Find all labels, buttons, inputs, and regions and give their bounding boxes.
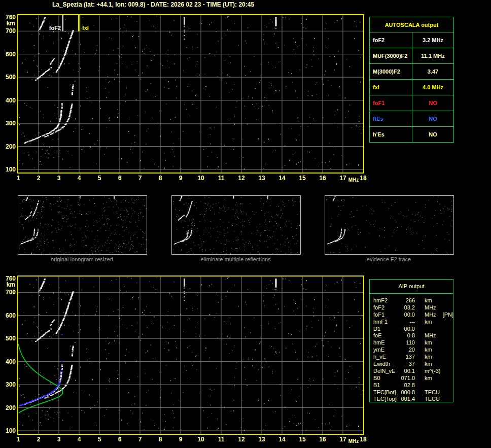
aip-unit: MHz (425, 312, 436, 318)
svg-text:700: 700 (6, 289, 16, 296)
svg-text:5: 5 (98, 436, 101, 443)
aip-label-delnve: DelN_vE (373, 368, 400, 375)
thumbnail-evidence-f2-trace-image (325, 196, 453, 254)
aip-value-d1: 00.0 (400, 326, 415, 333)
aip-value-ewidth: 37 (400, 361, 415, 368)
svg-text:18: 18 (360, 436, 367, 443)
svg-text:15: 15 (299, 175, 306, 182)
aip-label-tecbot: TEC[Bot] (373, 389, 400, 396)
window-title: La_Spezia (lat: +44.1, lon: 009.8) - DAT… (0, 1, 306, 8)
svg-text:600: 600 (6, 312, 16, 319)
svg-text:9: 9 (179, 175, 183, 182)
aip-label-d1: D1 (373, 326, 400, 333)
param-value-fof1: NO (412, 95, 453, 111)
svg-text:10: 10 (197, 436, 204, 443)
table-row: TEC[Bot]000.8TECU (373, 389, 453, 396)
aip-value-b1: 02.8 (400, 382, 415, 389)
svg-text:3: 3 (57, 175, 61, 182)
param-label-muf3000f2: MUF(3000)F2 (370, 48, 412, 63)
table-row: M(3000)F2 3.47 (370, 63, 453, 79)
aip-unit: km (425, 347, 432, 353)
svg-text:16: 16 (319, 175, 326, 182)
aip-label-fof1: foF1 (373, 312, 400, 319)
svg-text:500: 500 (6, 335, 16, 342)
aip-label-b0: B0 (373, 375, 400, 382)
svg-text:14: 14 (278, 436, 286, 443)
svg-text:fxI: fxI (82, 25, 89, 31)
svg-text:500: 500 (6, 74, 16, 81)
table-row: hmE110km (373, 339, 453, 347)
table-row: B0071.0km (373, 375, 453, 382)
param-label-ftes: ftEs (370, 111, 412, 126)
aip-unit: MHz (425, 304, 436, 311)
param-value-m3000f2: 3.47 (412, 64, 453, 79)
param-value-hes: NO (412, 127, 453, 142)
aip-label-hme: hmE (373, 339, 400, 347)
table-row: foF2 3.2 MHz (370, 32, 453, 48)
aip-value-hmf2: 266 (400, 297, 415, 304)
thumbnail-eliminate-reflections (171, 195, 301, 255)
aip-label-hmf1: hmF1 (373, 319, 400, 326)
svg-text:3: 3 (57, 436, 61, 443)
aip-value-b0: 071.0 (400, 375, 415, 382)
table-row: foF203.2MHz (373, 304, 453, 312)
aip-value-hme: 110 (400, 339, 415, 347)
aip-value-fof1: 00.0 (400, 312, 415, 319)
svg-text:2: 2 (37, 175, 41, 182)
svg-text:15: 15 (299, 436, 306, 443)
svg-text:600: 600 (6, 51, 16, 58)
aip-label-b1: B1 (373, 382, 400, 389)
svg-text:8: 8 (159, 436, 162, 443)
aip-label-hmf2: hmF2 (373, 297, 400, 304)
aip-table-body: hmF2266km foF203.2MHz foF100.0MHz[PN] hm… (370, 294, 453, 403)
aip-unit: km (425, 297, 432, 303)
table-row: foF100.0MHz[PN] (373, 312, 453, 319)
svg-text:6: 6 (118, 175, 122, 182)
svg-text:4: 4 (78, 175, 81, 182)
aip-table-header: AIP output (370, 280, 453, 294)
param-label-fof1: foF1 (370, 95, 412, 111)
param-value-ftes: NO (412, 111, 453, 126)
table-row: Ewidth37km (373, 361, 453, 368)
param-value-fof2: 3.2 MHz (412, 32, 453, 48)
table-row: hmF1---km (373, 319, 453, 326)
svg-text:1: 1 (17, 436, 20, 443)
aip-label-tectop: TEC[Top] (373, 396, 400, 403)
thumbnail-caption-eliminate: eliminate multiple reflections (171, 256, 300, 262)
svg-text:11: 11 (218, 175, 225, 182)
svg-text:6: 6 (118, 436, 122, 443)
aip-label-fof2: foF2 (373, 304, 400, 312)
svg-text:1: 1 (17, 175, 20, 182)
thumbnail-original-ionogram-image (18, 196, 147, 254)
aip-unit: TECU (425, 396, 440, 402)
autoscala-window: { "title": "La_Spezia (lat: +44.1, lon: … (0, 0, 491, 448)
svg-text:8: 8 (159, 175, 162, 182)
svg-text:MHz: MHz (348, 177, 359, 183)
svg-text:MHz: MHz (348, 438, 359, 444)
svg-text:18: 18 (360, 175, 367, 182)
svg-text:16: 16 (319, 436, 326, 443)
aip-output-table: AIP output hmF2266km foF203.2MHz foF100.… (369, 279, 453, 402)
table-row: DelN_vE00.1m^(-3) (373, 368, 453, 375)
table-row: ftEs NO (370, 111, 453, 126)
svg-text:400: 400 (6, 358, 16, 365)
aip-label-yme: ymE (373, 347, 400, 354)
svg-text:17: 17 (339, 175, 346, 182)
svg-text:5: 5 (98, 175, 101, 182)
svg-text:17: 17 (339, 436, 346, 443)
aip-value-fof2: 03.2 (400, 304, 415, 312)
table-row: foF1 NO (370, 95, 453, 111)
aip-unit: km (425, 375, 432, 381)
aip-unit: m^(-3) (425, 368, 440, 374)
svg-text:foF2: foF2 (49, 25, 61, 31)
svg-text:13: 13 (258, 436, 265, 443)
table-row: B102.8 (373, 382, 453, 389)
svg-text:2: 2 (37, 436, 41, 443)
aip-note-pn: [PN] (443, 312, 453, 318)
svg-text:100: 100 (6, 427, 16, 434)
svg-text:13: 13 (258, 175, 265, 182)
table-row: h_vE137km (373, 354, 453, 361)
param-label-hes: h'Es (370, 127, 412, 142)
thumbnail-caption-evidence: evidence F2 trace (324, 256, 453, 262)
main-ionogram-plot: 760700600500400300200100km12345678910111… (0, 13, 370, 188)
